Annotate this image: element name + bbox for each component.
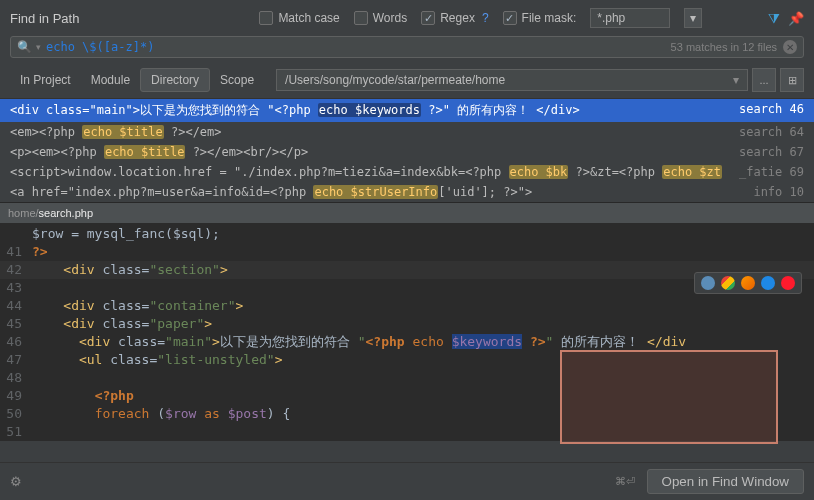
- result-count: 53 matches in 12 files: [671, 41, 777, 53]
- result-code: <a href="index.php?m=user&a=info&id=<?ph…: [10, 185, 743, 199]
- words-label: Words: [373, 11, 407, 25]
- line-number: 50: [0, 405, 32, 423]
- filemask-dropdown[interactable]: ▾: [684, 8, 702, 28]
- line-number: 47: [0, 351, 32, 369]
- code-content: ?>: [32, 243, 814, 261]
- safari-icon[interactable]: [761, 276, 775, 290]
- firefox-icon[interactable]: [741, 276, 755, 290]
- filemask-checkbox[interactable]: File mask:: [503, 11, 577, 25]
- search-icon: 🔍: [17, 40, 32, 54]
- highlight-overlay: [560, 350, 778, 444]
- code-line: 43: [0, 279, 814, 297]
- search-query-text[interactable]: echo \$([a-z]*): [46, 40, 671, 54]
- search-input[interactable]: 🔍 ▾ echo \$([a-z]*) 53 matches in 12 fil…: [10, 36, 804, 58]
- line-number: 42: [0, 261, 32, 279]
- directory-path-text: /Users/song/mycode/star/permeate/home: [285, 73, 733, 87]
- code-content: $row = mysql_fanc($sql);: [32, 225, 814, 243]
- open-in-find-window-button[interactable]: Open in Find Window: [647, 469, 804, 494]
- result-code: <em><?php echo $title ?></em>: [10, 125, 729, 139]
- code-line: 46 <div class="main">以下是为您找到的符合 "<?php e…: [0, 333, 814, 351]
- preview-path-prefix: home/: [8, 207, 39, 219]
- result-code: <p><em><?php echo $title ?></em><br/></p…: [10, 145, 729, 159]
- tab-scope[interactable]: Scope: [210, 69, 264, 91]
- match-case-label: Match case: [278, 11, 339, 25]
- result-row[interactable]: <div class="main">以下是为您找到的符合 "<?php echo…: [0, 99, 814, 122]
- code-content: <div class="main">以下是为您找到的符合 "<?php echo…: [32, 333, 814, 351]
- regex-checkbox[interactable]: Regex ?: [421, 11, 488, 25]
- shortcut-hint: ⌘⏎: [615, 475, 635, 488]
- code-line: 44 <div class="container">: [0, 297, 814, 315]
- result-row[interactable]: <p><em><?php echo $title ?></em><br/></p…: [0, 142, 814, 162]
- result-row[interactable]: <a href="index.php?m=user&a=info&id=<?ph…: [0, 182, 814, 202]
- result-row[interactable]: <em><?php echo $title ?></em>search 64: [0, 122, 814, 142]
- checkbox-icon: [354, 11, 368, 25]
- tab-in-project[interactable]: In Project: [10, 69, 81, 91]
- code-content: <div class="container">: [32, 297, 814, 315]
- result-file-label: search 46: [729, 102, 804, 119]
- checkbox-checked-icon: [503, 11, 517, 25]
- chrome-icon[interactable]: [721, 276, 735, 290]
- result-code: <div class="main">以下是为您找到的符合 "<?php echo…: [10, 102, 729, 119]
- preview-file-path: home/search.php: [0, 203, 814, 223]
- chevron-down-icon[interactable]: ▾: [733, 73, 739, 87]
- line-number: 44: [0, 297, 32, 315]
- code-line: $row = mysql_fanc($sql);: [0, 225, 814, 243]
- tree-button[interactable]: ⊞: [780, 68, 804, 92]
- browser-icons-toolbar: [694, 272, 802, 294]
- pin-icon[interactable]: 📌: [788, 11, 804, 26]
- result-file-label: info 10: [743, 185, 804, 199]
- match-case-checkbox[interactable]: Match case: [259, 11, 339, 25]
- line-number: 49: [0, 387, 32, 405]
- checkbox-icon: [259, 11, 273, 25]
- result-file-label: _fatie 69: [729, 165, 804, 179]
- line-number: 43: [0, 279, 32, 297]
- opera-icon[interactable]: [781, 276, 795, 290]
- tab-module[interactable]: Module: [81, 69, 140, 91]
- line-number: 41: [0, 243, 32, 261]
- line-number: [0, 225, 32, 243]
- result-code: <script>window.location.href = "./index.…: [10, 165, 729, 179]
- clear-icon[interactable]: ✕: [783, 40, 797, 54]
- filemask-label: File mask:: [522, 11, 577, 25]
- line-number: 45: [0, 315, 32, 333]
- settings-icon[interactable]: ⚙: [10, 474, 22, 489]
- edge-icon[interactable]: [701, 276, 715, 290]
- line-number: 48: [0, 369, 32, 387]
- result-file-label: search 64: [729, 125, 804, 139]
- filemask-input[interactable]: [590, 8, 670, 28]
- code-content: <div class="paper">: [32, 315, 814, 333]
- directory-path-input[interactable]: /Users/song/mycode/star/permeate/home ▾: [276, 69, 748, 91]
- tab-directory[interactable]: Directory: [140, 68, 210, 92]
- code-line: 41?>: [0, 243, 814, 261]
- result-file-label: search 67: [729, 145, 804, 159]
- result-row[interactable]: <script>window.location.href = "./index.…: [0, 162, 814, 182]
- dialog-title: Find in Path: [10, 11, 79, 26]
- checkbox-checked-icon: [421, 11, 435, 25]
- line-number: 51: [0, 423, 32, 441]
- line-number: 46: [0, 333, 32, 351]
- code-line: 45 <div class="paper">: [0, 315, 814, 333]
- preview-filename: search.php: [39, 207, 93, 219]
- regex-help-icon[interactable]: ?: [482, 11, 489, 25]
- history-dropdown-icon[interactable]: ▾: [36, 42, 41, 52]
- words-checkbox[interactable]: Words: [354, 11, 407, 25]
- code-line: 42 <div class="section">: [0, 261, 814, 279]
- browse-button[interactable]: ...: [752, 68, 776, 92]
- filter-icon[interactable]: ⧩: [768, 10, 780, 27]
- regex-label: Regex: [440, 11, 475, 25]
- results-list: <div class="main">以下是为您找到的符合 "<?php echo…: [0, 98, 814, 202]
